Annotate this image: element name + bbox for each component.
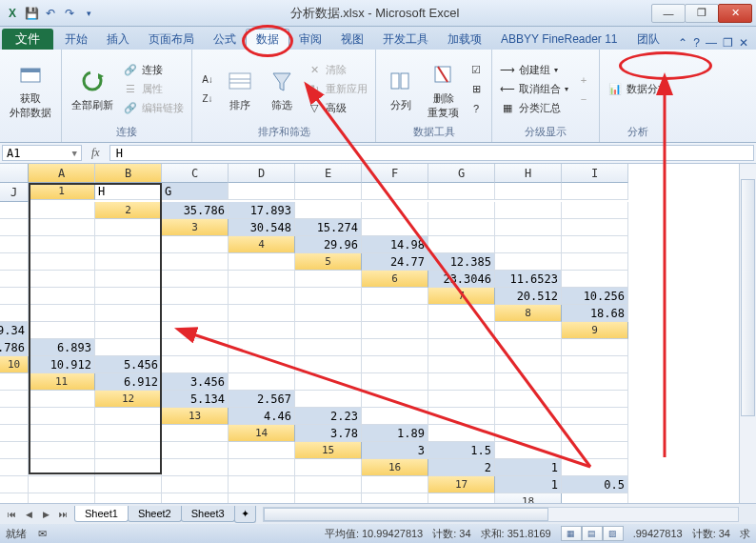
column-header[interactable]: I (562, 164, 628, 183)
tab-layout[interactable]: 页面布局 (139, 29, 204, 50)
cell[interactable] (95, 322, 162, 339)
cell[interactable] (362, 202, 428, 219)
cell[interactable] (562, 253, 628, 271)
cell[interactable] (95, 459, 162, 476)
cell[interactable] (295, 476, 362, 493)
row-header[interactable]: 4 (229, 236, 295, 253)
cell[interactable] (29, 236, 95, 253)
cell[interactable] (162, 459, 229, 476)
name-box[interactable]: A1▼ (2, 145, 82, 161)
row-header[interactable]: 8 (495, 305, 562, 322)
cell[interactable] (295, 288, 362, 305)
cell[interactable] (0, 253, 29, 271)
cell[interactable] (295, 356, 362, 373)
cell[interactable] (95, 339, 162, 356)
close-button[interactable]: ✕ (718, 4, 752, 23)
cell[interactable] (0, 476, 29, 493)
cell[interactable] (0, 493, 29, 503)
tab-team[interactable]: 团队 (627, 29, 669, 50)
cell[interactable] (562, 391, 628, 408)
cell[interactable] (229, 459, 295, 476)
save-icon[interactable]: 💾 (23, 5, 40, 22)
clear-filter-button[interactable]: ✕清除 (305, 62, 369, 79)
cell[interactable]: 3.78 (295, 425, 362, 442)
cell[interactable] (29, 391, 95, 408)
cell[interactable]: G (162, 183, 229, 200)
column-header[interactable]: C (162, 164, 229, 183)
maximize-button[interactable]: ❐ (685, 4, 719, 23)
cell[interactable]: 15.274 (295, 219, 362, 236)
cell[interactable]: 4.46 (229, 408, 295, 425)
tab-developer[interactable]: 开发工具 (373, 29, 438, 50)
cell[interactable] (162, 339, 229, 356)
cell[interactable] (428, 356, 495, 373)
cell[interactable] (362, 391, 428, 408)
cell[interactable] (229, 476, 295, 493)
cell[interactable] (95, 476, 162, 493)
cell[interactable]: 1 (495, 476, 562, 493)
sheet-nav-first-icon[interactable]: ⏮ (4, 507, 19, 522)
cell[interactable] (162, 356, 229, 373)
doc-close-icon[interactable]: ✕ (739, 36, 748, 50)
cell[interactable] (362, 408, 428, 425)
cell[interactable] (428, 219, 495, 236)
cell[interactable] (95, 219, 162, 236)
cell[interactable] (29, 425, 95, 442)
cell[interactable] (95, 236, 162, 253)
cell[interactable] (229, 373, 295, 391)
cell[interactable] (428, 391, 495, 408)
cell[interactable] (428, 408, 495, 425)
cell[interactable]: 2 (428, 459, 495, 476)
row-header[interactable]: 14 (229, 425, 295, 442)
cell[interactable] (229, 271, 295, 288)
cell[interactable] (362, 356, 428, 373)
cell[interactable] (162, 442, 229, 459)
connections-button[interactable]: 🔗连接 (121, 62, 186, 79)
cell[interactable] (29, 476, 95, 493)
cell[interactable] (29, 202, 95, 219)
cell[interactable] (362, 305, 428, 322)
cell[interactable]: 30.548 (229, 219, 295, 236)
cell[interactable] (229, 305, 295, 322)
sheet-nav-next-icon[interactable]: ▶ (38, 507, 53, 522)
cell[interactable] (162, 425, 229, 442)
cell[interactable] (29, 219, 95, 236)
row-header[interactable]: 12 (95, 391, 162, 408)
tab-home[interactable]: 开始 (55, 29, 97, 50)
advanced-filter-button[interactable]: ▽高级 (305, 100, 369, 117)
cell[interactable] (562, 408, 628, 425)
get-external-data-button[interactable]: 获取 外部数据 (6, 57, 55, 122)
cell[interactable] (29, 442, 95, 459)
cell[interactable] (428, 373, 495, 391)
row-header[interactable]: 3 (162, 219, 229, 236)
cell[interactable] (95, 253, 162, 271)
cell[interactable] (29, 288, 95, 305)
cell[interactable] (495, 236, 562, 253)
data-analysis-button[interactable]: 📊数据分析 (606, 81, 670, 98)
cell[interactable]: 13.786 (0, 339, 29, 356)
tab-abbyy[interactable]: ABBYY FineReader 11 (491, 29, 627, 50)
sheet-nav-last-icon[interactable]: ⏭ (55, 507, 70, 522)
tab-formula[interactable]: 公式 (204, 29, 246, 50)
view-break-button[interactable]: ▨ (603, 526, 624, 541)
cell[interactable]: 12.385 (428, 253, 495, 271)
column-header[interactable]: B (95, 164, 162, 183)
cell[interactable]: 14.98 (362, 236, 428, 253)
whatif-button[interactable]: ? (467, 100, 486, 117)
sheet-tab-1[interactable]: Sheet1 (74, 506, 129, 522)
cell[interactable]: 11.6523 (495, 271, 562, 288)
cell[interactable]: 6.893 (29, 339, 95, 356)
cell[interactable]: 0.5 (562, 476, 628, 493)
cell[interactable] (0, 305, 29, 322)
cell[interactable] (428, 236, 495, 253)
tab-insert[interactable]: 插入 (97, 29, 139, 50)
column-header[interactable]: G (428, 164, 495, 183)
row-header[interactable]: 5 (295, 253, 362, 271)
cell[interactable] (562, 425, 628, 442)
cell[interactable] (295, 202, 362, 219)
cell[interactable] (0, 442, 29, 459)
cell[interactable]: 1 (495, 459, 562, 476)
select-all-corner[interactable] (0, 164, 29, 183)
cell[interactable] (95, 442, 162, 459)
group-button[interactable]: ⟶创建组 ▾ (498, 62, 570, 79)
